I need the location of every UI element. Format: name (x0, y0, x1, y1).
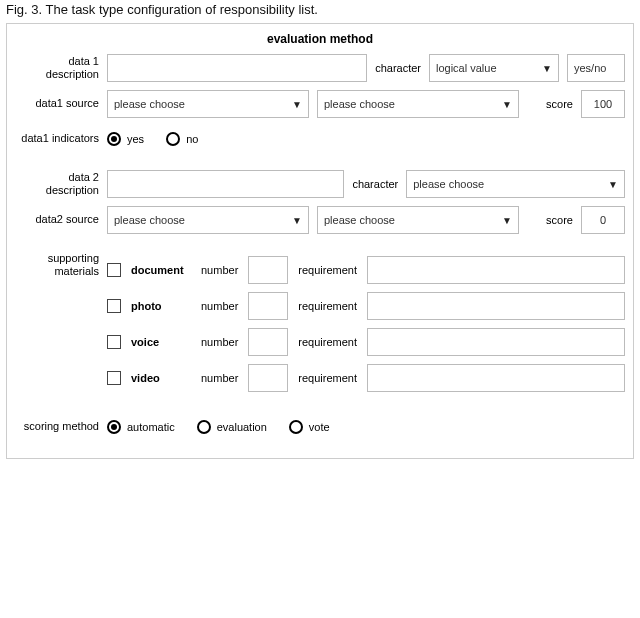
material-video-requirement-input[interactable] (367, 364, 625, 392)
data2-character-value: please choose (413, 178, 484, 190)
data2-source-a-value: please choose (114, 214, 185, 226)
requirement-label: requirement (298, 264, 357, 276)
material-voice-number-input[interactable] (248, 328, 288, 356)
material-row-photo: photo number requirement (107, 292, 625, 320)
character-label-2: character (352, 178, 398, 190)
material-document-checkbox[interactable] (107, 263, 121, 277)
data2-description-label: data 2 description (15, 171, 99, 197)
radio-unchecked-icon (197, 420, 211, 434)
material-voice-label: voice (131, 336, 191, 348)
material-voice-requirement-input[interactable] (367, 328, 625, 356)
scoring-method-label: scoring method (15, 414, 99, 440)
data2-character-select[interactable]: please choose ▼ (406, 170, 625, 198)
data2-source-select-b[interactable]: please choose ▼ (317, 206, 519, 234)
number-label: number (201, 372, 238, 384)
data1-source-a-value: please choose (114, 98, 185, 110)
data2-score-input[interactable]: 0 (581, 206, 625, 234)
automatic-label: automatic (127, 421, 175, 433)
data1-indicators-no-option[interactable]: no (166, 132, 212, 146)
data1-source-b-value: please choose (324, 98, 395, 110)
scoring-evaluation-option[interactable]: evaluation (197, 420, 281, 434)
chevron-down-icon: ▼ (502, 99, 512, 110)
data1-character-select[interactable]: logical value ▼ (429, 54, 559, 82)
number-label: number (201, 300, 238, 312)
figure-caption: Fig. 3. The task type configuration of r… (0, 0, 640, 21)
evaluation-panel: evaluation method data 1 description cha… (6, 23, 634, 459)
material-photo-checkbox[interactable] (107, 299, 121, 313)
data2-source-b-value: please choose (324, 214, 395, 226)
chevron-down-icon: ▼ (608, 179, 618, 190)
chevron-down-icon: ▼ (292, 99, 302, 110)
material-photo-label: photo (131, 300, 191, 312)
panel-title: evaluation method (15, 32, 625, 46)
yesno-text: yes/no (574, 62, 606, 74)
material-voice-checkbox[interactable] (107, 335, 121, 349)
materials-list: document number requirement photo number… (107, 248, 625, 400)
material-row-document: document number requirement (107, 256, 625, 284)
data2-score-value: 0 (600, 214, 606, 226)
data2-source-label: data2 source (15, 213, 99, 226)
data1-description-input[interactable] (107, 54, 367, 82)
chevron-down-icon: ▼ (542, 63, 552, 74)
material-video-checkbox[interactable] (107, 371, 121, 385)
evaluation-label: evaluation (217, 421, 267, 433)
no-label: no (186, 133, 198, 145)
data1-description-label: data 1 description (15, 55, 99, 81)
vote-label: vote (309, 421, 330, 433)
character-label-1: character (375, 62, 421, 74)
yesno-cell[interactable]: yes/no (567, 54, 625, 82)
material-document-label: document (131, 264, 191, 276)
material-photo-number-input[interactable] (248, 292, 288, 320)
radio-checked-icon (107, 420, 121, 434)
material-document-number-input[interactable] (248, 256, 288, 284)
material-video-label: video (131, 372, 191, 384)
score-label-2: score (527, 214, 573, 226)
score-label-1: score (527, 98, 573, 110)
data1-source-select-a[interactable]: please choose ▼ (107, 90, 309, 118)
number-label: number (201, 264, 238, 276)
supporting-materials-label: supporting materials (15, 248, 99, 278)
data1-score-value: 100 (594, 98, 612, 110)
requirement-label: requirement (298, 372, 357, 384)
scoring-vote-option[interactable]: vote (289, 420, 344, 434)
material-row-video: video number requirement (107, 364, 625, 392)
requirement-label: requirement (298, 336, 357, 348)
chevron-down-icon: ▼ (292, 215, 302, 226)
data1-indicators-label: data1 indicators (15, 126, 99, 152)
data2-source-select-a[interactable]: please choose ▼ (107, 206, 309, 234)
yes-label: yes (127, 133, 144, 145)
chevron-down-icon: ▼ (502, 215, 512, 226)
scoring-automatic-option[interactable]: automatic (107, 420, 189, 434)
data1-character-value: logical value (436, 62, 497, 74)
material-document-requirement-input[interactable] (367, 256, 625, 284)
radio-unchecked-icon (289, 420, 303, 434)
data1-source-label: data1 source (15, 97, 99, 110)
material-row-voice: voice number requirement (107, 328, 625, 356)
radio-unchecked-icon (166, 132, 180, 146)
material-video-number-input[interactable] (248, 364, 288, 392)
requirement-label: requirement (298, 300, 357, 312)
data1-score-input[interactable]: 100 (581, 90, 625, 118)
data1-indicators-yes-option[interactable]: yes (107, 132, 158, 146)
radio-checked-icon (107, 132, 121, 146)
material-photo-requirement-input[interactable] (367, 292, 625, 320)
data2-description-input[interactable] (107, 170, 344, 198)
number-label: number (201, 336, 238, 348)
data1-source-select-b[interactable]: please choose ▼ (317, 90, 519, 118)
